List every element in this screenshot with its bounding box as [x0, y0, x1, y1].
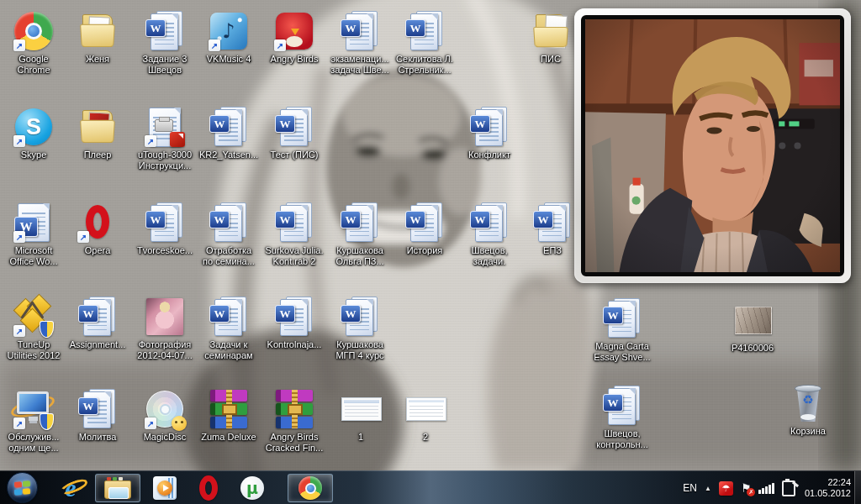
screenshot-icon: [340, 388, 382, 430]
word-icon: W: [601, 385, 643, 427]
desktop-icon-angry-birds-cracked[interactable]: Angry BirdsCracked Fin...: [261, 388, 327, 454]
icon-label: История: [407, 245, 443, 256]
icon-label: Opera: [85, 245, 111, 256]
icon-label: Surkova Julia.Kont.rab 2: [265, 245, 323, 267]
shortcut-arrow-icon: ↗: [13, 325, 25, 337]
icon-label: Молитва: [79, 432, 117, 443]
icon-label: Zuma Deluxe: [201, 432, 256, 443]
desktop-icon-magna-carta[interactable]: WMagna CartaEssay Shve...: [589, 297, 655, 363]
desktop-icon-zuma-deluxe[interactable]: Zuma Deluxe: [196, 388, 261, 443]
desktop-icon-pleer[interactable]: Плеер: [65, 106, 130, 160]
desktop-icon-zhenya[interactable]: Женя: [65, 10, 130, 65]
shortcut-arrow-icon: ↗: [13, 135, 25, 147]
word-icon: W: [601, 297, 643, 339]
word-icon: W: [273, 202, 315, 244]
desktop-icon-magicdisc[interactable]: ↗MagicDisc: [132, 388, 198, 443]
shortcut-arrow-icon: ↗: [13, 39, 25, 51]
taskbar-app-internet-explorer[interactable]: e: [49, 471, 92, 504]
desktop-icon-opera[interactable]: ↗Opera: [65, 202, 130, 256]
taskbar-app-utorrent[interactable]: µ: [230, 471, 274, 504]
shortcut-arrow-icon: ↗: [145, 417, 156, 429]
show-desktop-button[interactable]: [853, 471, 861, 504]
desktop-icon-istoriya[interactable]: WИстория: [392, 202, 457, 256]
icon-label: Angry BirdsCracked Fin...: [266, 432, 323, 454]
taskbar-apps: eµ: [49, 471, 335, 504]
hidden-icons-arrow[interactable]: ▲: [705, 485, 711, 492]
action-center-flag-icon[interactable]: ⚑ ✗: [741, 482, 752, 494]
desktop-icon-otrabotka[interactable]: WОтработкапо семина...: [196, 202, 261, 267]
desktop-icon-molitva[interactable]: WМолитва: [65, 388, 130, 443]
photo-icon: [144, 296, 186, 338]
chrome-icon: [298, 476, 322, 500]
desktop-icon-p4160006[interactable]: P4160006: [720, 299, 785, 354]
language-indicator[interactable]: EN: [683, 482, 697, 494]
skype-icon: S↗: [13, 106, 55, 148]
tray-time: 22:24: [805, 477, 851, 488]
desktop-icon-kurshakova-olga[interactable]: WКуршаковаОльга ПЗ...: [327, 202, 393, 267]
icon-label: MicrosoftOffice Wo...: [9, 245, 57, 267]
inset-photo: [581, 15, 844, 276]
taskbar-app-windows-explorer[interactable]: [95, 474, 140, 502]
desktop-icon-kontrolnaja[interactable]: WKontrolnaja...: [261, 296, 327, 350]
start-button[interactable]: [7, 472, 38, 503]
icon-label: Kontrolnaja...: [267, 339, 322, 350]
recycle-icon: ♻: [787, 382, 829, 424]
desktop-icon-google-chrome[interactable]: ↗GoogleChrome: [1, 10, 66, 76]
desktop-icon-obsluzhivanie[interactable]: ↗Обслужив...одним ще...: [1, 388, 66, 454]
desktop-icon-assignment[interactable]: WAssignment...: [65, 296, 130, 350]
desktop-icon-korzina[interactable]: ♻Корзина: [775, 382, 841, 437]
desktop-icon-utough-3000[interactable]: ↗uTough-3000Инструкци...: [132, 106, 198, 171]
desktop-icon-seklitova[interactable]: WСеклитова Л.Стрельник...: [392, 10, 457, 76]
word-icon: W: [144, 10, 186, 52]
taskbar: eµ EN ▲ ☂ ⚑ ✗ 22:24 01.05.2012: [0, 470, 861, 504]
icon-label: Magna CartaEssay Shve...: [594, 341, 650, 363]
vkmusic-icon: ♪↗: [208, 10, 250, 52]
desktop-icon-shvecov-kontrolnaja[interactable]: WШвецов,контрольн...: [589, 385, 655, 450]
desktop-icon-vkmusic-4[interactable]: ♪↗VKMusic 4: [196, 10, 261, 65]
icon-label: P4160006: [732, 343, 774, 354]
taskbar-app-windows-media-player[interactable]: [143, 471, 187, 504]
desktop-icon-fotografiya[interactable]: Фотография2012-04-07...: [132, 296, 198, 361]
desktop-icon-tvorceskoe[interactable]: WTvorceskoe...: [132, 202, 198, 256]
desktop-icon-surkova-julia[interactable]: WSurkova Julia.Kont.rab 2: [261, 202, 327, 267]
word-icon: W: [339, 202, 381, 244]
word-icon: W: [404, 10, 446, 52]
alert-cross-icon: ✗: [747, 488, 755, 496]
shortcut-arrow-icon: ↗: [274, 39, 286, 51]
desktop-icon-kr2-yatsen[interactable]: WKR2_Yatsen...: [196, 106, 261, 160]
desktop-icon-tuneup-utilities-2012[interactable]: ↗TuneUpUtilities 2012: [1, 296, 66, 361]
desktop: ↗GoogleChromeЖеняWЗадание 3Швецов♪↗VKMus…: [0, 0, 861, 504]
word-icon: W: [404, 202, 446, 244]
word-icon: W: [468, 202, 510, 244]
desktop-icon-screenshot-2[interactable]: 2: [393, 388, 458, 443]
desktop-icon-shvecov-zadachi[interactable]: WШвецов,задачи.: [457, 202, 522, 267]
avira-antivirus-icon[interactable]: ☂: [719, 481, 733, 496]
icon-label: Tvorceskoe...: [137, 245, 193, 256]
icon-label: Задание 3Швецов: [143, 54, 188, 76]
windows-logo-icon: [14, 480, 30, 496]
word-icon: W: [468, 106, 510, 148]
desktop-icon-ekzamen-zadacha[interactable]: Wэкзаменаци...задача Шве...: [327, 10, 393, 76]
desktop-icon-microsoft-office-word[interactable]: W↗MicrosoftOffice Wo...: [1, 202, 66, 267]
desktop-icon-angry-birds[interactable]: ↗Angry Birds: [261, 10, 327, 65]
word-icon: W: [531, 202, 573, 244]
tray-clock[interactable]: 22:24 01.05.2012: [805, 477, 851, 499]
icon-label: Angry Birds: [271, 54, 319, 65]
network-signal-icon[interactable]: [758, 483, 774, 494]
desktop-icon-kurshakova-mgp[interactable]: WКуршаковаМГП 4 курс: [327, 296, 393, 361]
desktop-icon-konflikt[interactable]: WКонфликт: [457, 106, 522, 160]
folderred-icon: [77, 106, 119, 148]
desktop-icon-test-pis[interactable]: WТест (ПИС): [261, 106, 327, 160]
chrome-icon: ↗: [13, 10, 55, 52]
desktop-icon-zadanie-3-shvecov[interactable]: WЗадание 3Швецов: [132, 10, 198, 76]
icon-label: GoogleChrome: [17, 54, 50, 76]
desktop-icon-skype[interactable]: S↗Skype: [1, 106, 66, 160]
desktop-icon-zadachi-k-seminaram[interactable]: WЗадачи ксеминарам: [196, 296, 261, 361]
taskbar-app-opera[interactable]: [187, 471, 230, 504]
shortcut-arrow-icon: ↗: [145, 135, 156, 147]
icon-label: VKMusic 4: [207, 54, 251, 65]
safely-remove-hardware-icon[interactable]: [782, 480, 795, 496]
taskbar-app-google-chrome[interactable]: [288, 474, 333, 502]
windows-explorer-icon: [104, 477, 131, 500]
desktop-icon-screenshot-1[interactable]: 1: [328, 388, 394, 443]
